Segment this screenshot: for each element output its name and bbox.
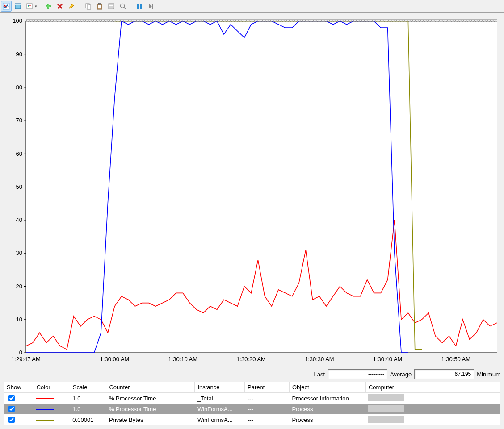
svg-text:20: 20 — [16, 283, 22, 289]
svg-rect-28 — [26, 21, 497, 353]
paste-button[interactable] — [94, 1, 105, 12]
dropdown-caret[interactable]: ▾ — [35, 4, 37, 8]
legend-header-computer[interactable]: Computer — [365, 382, 500, 393]
legend-header-scale[interactable]: Scale — [70, 382, 106, 393]
svg-text:30: 30 — [16, 250, 22, 256]
highlight-button[interactable] — [66, 1, 77, 12]
show-checkbox[interactable] — [8, 417, 15, 423]
svg-rect-17 — [98, 5, 101, 8]
color-swatch — [36, 420, 54, 421]
average-value: 67.195 — [414, 369, 474, 379]
svg-rect-14 — [87, 5, 91, 9]
minimum-label: Minimum — [477, 371, 500, 378]
svg-text:1:29:47 AM: 1:29:47 AM — [11, 355, 41, 362]
legend-row[interactable]: 0.00001Private BytesWinFormsA...---Proce… — [4, 414, 500, 425]
update-data-button[interactable] — [146, 1, 156, 12]
parent-cell: --- — [245, 414, 290, 425]
copy-button[interactable] — [83, 1, 93, 12]
add-counter-button[interactable] — [43, 1, 54, 12]
svg-text:40: 40 — [16, 217, 22, 223]
svg-text:1:30:10 AM: 1:30:10 AM — [168, 355, 197, 362]
color-swatch — [36, 409, 54, 410]
legend-header-object[interactable]: Object — [289, 382, 365, 393]
legend-header-color[interactable]: Color — [34, 382, 70, 393]
scale-cell: 0.00001 — [70, 414, 106, 425]
svg-rect-25 — [140, 4, 142, 9]
view-histogram-button[interactable] — [13, 1, 23, 12]
svg-text:0: 0 — [19, 349, 22, 356]
legend-header-instance[interactable]: Instance — [195, 382, 245, 393]
show-checkbox[interactable] — [8, 406, 15, 412]
svg-text:80: 80 — [16, 84, 22, 91]
last-label: Last — [314, 371, 325, 378]
view-report-button[interactable] — [24, 1, 35, 12]
counters-legend: ShowColorScaleCounterInstanceParentObjec… — [4, 382, 500, 425]
freeze-display-button[interactable] — [134, 1, 145, 12]
stats-bar: Last --------- Average 67.195 Minimum — [0, 367, 504, 382]
svg-text:1:30:20 AM: 1:30:20 AM — [236, 355, 266, 362]
delete-counter-button[interactable] — [55, 1, 65, 12]
svg-rect-24 — [137, 4, 139, 9]
svg-rect-3 — [27, 4, 32, 9]
properties-button[interactable] — [106, 1, 117, 12]
instance-cell: WinFormsA... — [195, 414, 245, 425]
svg-text:100: 100 — [13, 17, 22, 24]
legend-header-show[interactable]: Show — [4, 382, 34, 393]
counter-cell: % Processor Time — [106, 393, 195, 404]
svg-text:1:30:30 AM: 1:30:30 AM — [305, 355, 334, 362]
svg-text:60: 60 — [16, 150, 22, 157]
svg-text:1:30:00 AM: 1:30:00 AM — [100, 355, 130, 362]
svg-text:70: 70 — [16, 117, 22, 124]
parent-cell: --- — [245, 393, 290, 404]
average-label: Average — [390, 371, 412, 378]
view-line-chart-button[interactable] — [1, 1, 12, 12]
color-swatch — [36, 398, 54, 399]
object-cell: Process — [289, 414, 365, 425]
svg-rect-10 — [46, 6, 51, 7]
svg-rect-4 — [28, 5, 29, 6]
computer-cell — [365, 404, 500, 414]
svg-text:1:30:40 AM: 1:30:40 AM — [373, 355, 403, 362]
legend-row[interactable]: 1.0% Processor TimeWinFormsA...---Proces… — [4, 404, 500, 414]
svg-line-23 — [124, 7, 126, 9]
show-checkbox[interactable] — [8, 395, 15, 401]
performance-chart: 01020304050607080901001:29:47 AM1:30:00 … — [4, 17, 500, 367]
computer-cell — [365, 393, 500, 404]
svg-rect-5 — [28, 6, 29, 7]
svg-text:1:30:50 AM: 1:30:50 AM — [441, 355, 471, 362]
scale-cell: 1.0 — [70, 393, 106, 404]
computer-cell — [365, 414, 500, 425]
legend-row[interactable]: 1.0% Processor Time_Total---Processor In… — [4, 393, 500, 404]
chart-area[interactable]: 01020304050607080901001:29:47 AM1:30:00 … — [4, 17, 500, 367]
legend-header-parent[interactable]: Parent — [245, 382, 290, 393]
svg-marker-26 — [149, 4, 152, 9]
svg-rect-6 — [29, 5, 31, 6]
instance-cell: _Total — [195, 393, 245, 404]
svg-text:90: 90 — [16, 51, 22, 58]
counter-cell: Private Bytes — [106, 414, 195, 425]
parent-cell: --- — [245, 404, 290, 414]
scale-cell: 1.0 — [70, 404, 106, 414]
svg-text:10: 10 — [16, 316, 22, 323]
counter-cell: % Processor Time — [106, 404, 195, 414]
instance-cell: WinFormsA... — [195, 404, 245, 414]
object-cell: Process — [289, 404, 365, 414]
svg-rect-2 — [15, 4, 21, 5]
legend-header-counter[interactable]: Counter — [106, 382, 195, 393]
svg-rect-16 — [98, 3, 101, 4]
toolbar: ▾ — [0, 0, 504, 13]
svg-rect-27 — [152, 4, 153, 9]
object-cell: Processor Information — [289, 393, 365, 404]
svg-text:50: 50 — [16, 183, 22, 190]
zoom-button[interactable] — [118, 1, 128, 12]
last-value: --------- — [328, 369, 387, 379]
